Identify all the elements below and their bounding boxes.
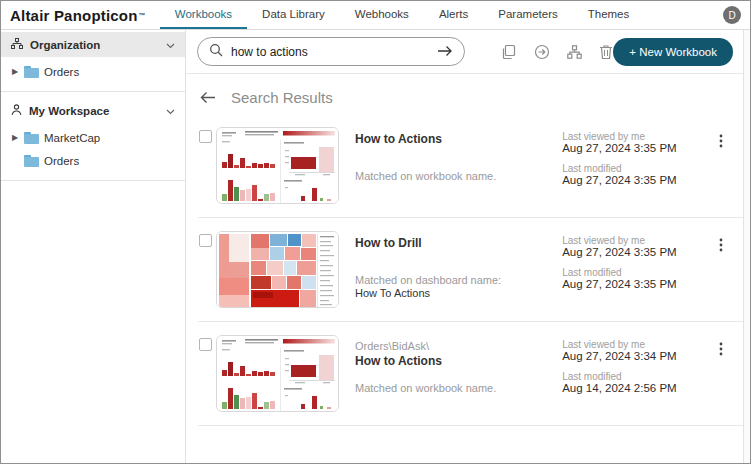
search-box[interactable] (197, 37, 465, 66)
kebab-menu-icon[interactable] (713, 231, 730, 308)
sidebar-section-title: Organization (30, 39, 100, 51)
tab-data-library[interactable]: Data Library (247, 1, 340, 29)
sidebar-divider (1, 180, 185, 181)
row-checkbox[interactable] (199, 338, 212, 351)
search-icon (209, 43, 223, 61)
result-path: Orders\BidAsk\ (355, 340, 562, 352)
tab-workbooks[interactable]: Workbooks (160, 1, 247, 29)
app-logo: Altair Panopticon™ (10, 1, 146, 29)
back-arrow-icon[interactable] (200, 91, 216, 104)
result-match-label: Matched on dashboard name: (355, 274, 562, 286)
last-viewed-value: Aug 27, 2024 3:34 PM (562, 350, 708, 362)
last-modified-label: Last modified (562, 371, 708, 382)
sitemap-icon (11, 38, 23, 51)
last-modified-value: Aug 27, 2024 3:35 PM (562, 278, 708, 290)
result-meta: Last viewed by me Aug 27, 2024 3:34 PM L… (562, 335, 708, 412)
folder-icon (24, 132, 39, 144)
kebab-menu-icon[interactable] (713, 335, 730, 412)
last-modified-label: Last modified (562, 267, 708, 278)
search-submit-arrow-icon[interactable] (437, 43, 453, 61)
last-modified-value: Aug 27, 2024 3:35 PM (562, 174, 708, 186)
search-results-list: How to Actions Matched on workbook name.… (186, 114, 743, 426)
row-checkbox[interactable] (199, 234, 212, 247)
main-area: + New Workbook Search Results (186, 30, 743, 463)
result-meta: Last viewed by me Aug 27, 2024 3:35 PM L… (562, 231, 708, 308)
sidebar-divider (1, 91, 185, 92)
chevron-down-icon[interactable] (166, 105, 175, 117)
result-match-value: How To Actions (355, 287, 562, 299)
caret-right-icon[interactable]: ▶ (11, 133, 19, 142)
tab-alerts[interactable]: Alerts (424, 1, 483, 29)
result-meta: Last viewed by me Aug 27, 2024 3:35 PM L… (562, 127, 708, 204)
sidebar-section-title: My Workspace (29, 105, 109, 117)
last-modified-label: Last modified (562, 163, 708, 174)
last-viewed-value: Aug 27, 2024 3:35 PM (562, 142, 708, 154)
app-window: Altair Panopticon™ Workbooks Data Librar… (0, 0, 751, 464)
last-viewed-label: Last viewed by me (562, 235, 708, 246)
sidebar-item-orders-org[interactable]: ▶ Orders (1, 60, 185, 83)
copy-icon[interactable] (501, 44, 517, 60)
result-title[interactable]: How to Actions (355, 132, 562, 146)
result-row[interactable]: Orders\BidAsk\ How to Actions Matched on… (198, 322, 743, 426)
last-viewed-label: Last viewed by me (562, 339, 708, 350)
sidebar-section-organization[interactable]: Organization (1, 32, 185, 57)
sidebar-item-label: Orders (44, 66, 79, 78)
row-checkbox[interactable] (199, 130, 212, 143)
tab-parameters[interactable]: Parameters (483, 1, 572, 29)
result-match-label: Matched on workbook name. (355, 382, 562, 394)
workbooks-toolbar: + New Workbook (186, 30, 743, 74)
tab-webhooks[interactable]: Webhooks (340, 1, 424, 29)
chevron-down-icon[interactable] (166, 39, 175, 51)
kebab-menu-icon[interactable] (713, 127, 730, 204)
move-icon[interactable] (534, 44, 550, 60)
caret-right-icon[interactable]: ▶ (11, 67, 19, 76)
sidebar-item-orders-ws[interactable]: Orders (1, 149, 185, 172)
top-navbar: Altair Panopticon™ Workbooks Data Librar… (1, 1, 750, 30)
result-row[interactable]: How to Actions Matched on workbook name.… (198, 114, 743, 218)
user-avatar[interactable]: D (723, 6, 741, 24)
result-match-label: Matched on workbook name. (355, 170, 562, 182)
last-viewed-label: Last viewed by me (562, 131, 708, 142)
workbook-thumbnail[interactable] (216, 127, 339, 204)
person-icon (11, 104, 22, 118)
sidebar-section-my-workspace[interactable]: My Workspace (1, 98, 185, 123)
trash-icon[interactable] (599, 44, 613, 60)
vertical-scrollbar[interactable] (743, 30, 750, 463)
last-modified-value: Aug 14, 2024 2:56 PM (562, 382, 708, 394)
last-viewed-value: Aug 27, 2024 3:35 PM (562, 246, 708, 258)
page-title: Search Results (231, 89, 333, 106)
search-results-header: Search Results (186, 74, 743, 114)
folder-icon (24, 155, 39, 167)
sidebar: Organization ▶ Orders My Workspace (1, 30, 186, 463)
folder-icon (24, 66, 39, 78)
sidebar-item-label: Orders (44, 155, 79, 167)
nav-tabs: Workbooks Data Library Webhooks Alerts P… (160, 1, 644, 29)
result-title[interactable]: How to Drill (355, 236, 562, 250)
new-workbook-button[interactable]: + New Workbook (613, 38, 733, 66)
result-title[interactable]: How to Actions (355, 354, 562, 368)
app-logo-text: Altair Panopticon (10, 7, 138, 24)
trademark-symbol: ™ (139, 12, 146, 19)
tab-themes[interactable]: Themes (573, 1, 645, 29)
result-row[interactable]: How to Drill Matched on dashboard name: … (198, 218, 743, 322)
sidebar-item-marketcap[interactable]: ▶ MarketCap (1, 126, 185, 149)
sidebar-item-label: MarketCap (44, 132, 100, 144)
search-input[interactable] (231, 45, 429, 59)
sitemap-icon[interactable] (567, 45, 582, 59)
workbook-thumbnail[interactable] (216, 335, 339, 412)
result-info: How to Drill Matched on dashboard name: … (355, 231, 562, 308)
toolbar-icons (501, 44, 613, 60)
result-info: Orders\BidAsk\ How to Actions Matched on… (355, 335, 562, 412)
workbook-thumbnail[interactable] (216, 231, 339, 308)
result-info: How to Actions Matched on workbook name. (355, 127, 562, 204)
